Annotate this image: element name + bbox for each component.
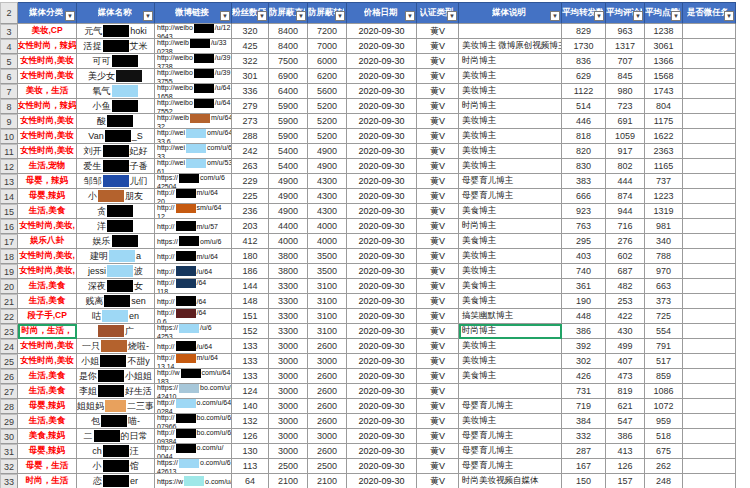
cell-avg-like[interactable]: 663 xyxy=(645,279,683,294)
row-number[interactable]: 25 xyxy=(0,354,18,369)
cell-weibo-link[interactable]: http:///64118 xyxy=(155,279,232,294)
row-number[interactable]: 5 xyxy=(0,54,18,69)
cell-fans-count[interactable]: 242 xyxy=(232,144,269,159)
row-number[interactable]: 17 xyxy=(0,234,18,249)
cell-avg-like[interactable]: 675 xyxy=(645,444,683,459)
cell-antiblock-direct-price[interactable]: 4900 xyxy=(269,204,308,219)
cell-avg-repost[interactable]: 829 xyxy=(562,24,606,39)
cell-weibo-link[interactable]: http://weibo/u/647552 xyxy=(155,99,232,114)
row-number[interactable]: 28 xyxy=(0,399,18,414)
cell-avg-like[interactable]: 517 xyxy=(645,354,683,369)
cell-weibo-link[interactable]: http://weibo/u/641658 xyxy=(155,84,232,99)
cell-media-desc[interactable]: 美妆博主 xyxy=(459,339,562,354)
cell-task[interactable] xyxy=(683,279,736,294)
cell-media-desc[interactable]: 母婴育儿博主 xyxy=(459,399,562,414)
cell-cert-type[interactable]: 黄V xyxy=(417,474,459,488)
cell-cert-type[interactable]: 黄V xyxy=(417,444,459,459)
cell-task[interactable] xyxy=(683,189,736,204)
cell-antiblock-repost-price[interactable]: 6200 xyxy=(308,69,347,84)
cell-price-date[interactable]: 2020-09-30 xyxy=(347,24,417,39)
cell-weibo-link[interactable]: http:///64 xyxy=(155,294,232,309)
cell-avg-comment[interactable]: 276 xyxy=(606,234,645,249)
cell-task[interactable] xyxy=(683,204,736,219)
cell-antiblock-direct-price[interactable]: 4900 xyxy=(269,189,308,204)
cell-antiblock-repost-price[interactable]: 4300 xyxy=(308,174,347,189)
cell-avg-like[interactable]: 2363 xyxy=(645,144,683,159)
cell-antiblock-direct-price[interactable]: 3000 xyxy=(269,369,308,384)
cell-media-desc[interactable]: 母婴育儿博主 xyxy=(459,174,562,189)
cell-antiblock-direct-price[interactable]: 8400 xyxy=(269,39,308,54)
cell-cert-type[interactable]: 黄V xyxy=(417,294,459,309)
cell-media-desc[interactable]: 美妆博主 xyxy=(459,264,562,279)
cell-fans-count[interactable]: 263 xyxy=(232,159,269,174)
cell-avg-like[interactable]: 554 xyxy=(645,324,683,339)
cell-task[interactable] xyxy=(683,294,736,309)
cell-cert-type[interactable]: 黄V xyxy=(417,354,459,369)
cell-avg-like[interactable]: 1175 xyxy=(645,114,683,129)
cell-task[interactable] xyxy=(683,174,736,189)
cell-weibo-link[interactable]: https://bo.com/u/642410 xyxy=(155,384,232,399)
cell-cert-type[interactable]: 黄V xyxy=(417,414,459,429)
cell-avg-repost[interactable]: 923 xyxy=(562,204,606,219)
filter-dropdown-icon[interactable]: ▼ xyxy=(296,11,306,21)
cell-price-date[interactable]: 2020-09-30 xyxy=(347,99,417,114)
cell-antiblock-direct-price[interactable]: 7500 xyxy=(269,54,308,69)
cell-media-name[interactable]: 活捉艾米 xyxy=(77,39,155,54)
cell-avg-repost[interactable]: 629 xyxy=(562,69,606,84)
cell-media-desc[interactable]: 美食博主 xyxy=(459,369,562,384)
cell-media-name[interactable]: 广 xyxy=(77,324,155,339)
cell-antiblock-direct-price[interactable]: 2100 xyxy=(269,474,308,488)
cell-task[interactable] xyxy=(683,24,736,39)
cell-avg-comment[interactable]: 802 xyxy=(606,159,645,174)
cell-media-name[interactable]: 姐姐妈二三事 xyxy=(77,399,155,414)
cell-antiblock-repost-price[interactable]: 5200 xyxy=(308,99,347,114)
cell-avg-like[interactable]: 791 xyxy=(645,339,683,354)
row-number[interactable]: 6 xyxy=(0,69,18,84)
cell-media-desc[interactable]: 美妆博主 xyxy=(459,159,562,174)
cell-media-desc[interactable]: 母婴育儿博主 xyxy=(459,189,562,204)
cell-media-desc[interactable]: 美妆博主 微博原创视频博主 xyxy=(459,39,562,54)
cell-weibo-link[interactable]: https://wo.com/u/5 xyxy=(155,474,232,488)
cell-avg-comment[interactable]: 430 xyxy=(606,324,645,339)
cell-media-name[interactable]: 李姐好生活 xyxy=(77,384,155,399)
cell-antiblock-repost-price[interactable]: 4300 xyxy=(308,189,347,204)
cell-task[interactable] xyxy=(683,54,736,69)
cell-fans-count[interactable]: 144 xyxy=(232,279,269,294)
cell-price-date[interactable]: 2020-09-30 xyxy=(347,429,417,444)
cell-fans-count[interactable]: 412 xyxy=(232,234,269,249)
cell-antiblock-direct-price[interactable]: 3000 xyxy=(269,414,308,429)
cell-antiblock-direct-price[interactable]: 3000 xyxy=(269,429,308,444)
cell-weibo-link[interactable]: http://weiom/u/5361 xyxy=(155,159,232,174)
filter-dropdown-icon[interactable]: ▼ xyxy=(220,11,230,21)
cell-antiblock-direct-price[interactable]: 5900 xyxy=(269,129,308,144)
cell-cert-type[interactable]: 黄V xyxy=(417,84,459,99)
cell-media-desc[interactable]: 美妆博主 xyxy=(459,414,562,429)
filter-dropdown-icon[interactable]: ▼ xyxy=(405,11,415,21)
cell-antiblock-repost-price[interactable]: 3100 xyxy=(308,324,347,339)
cell-avg-comment[interactable]: 874 xyxy=(606,189,645,204)
cell-avg-like[interactable]: 262 xyxy=(645,459,683,474)
cell-avg-comment[interactable]: 126 xyxy=(606,459,645,474)
cell-weibo-link[interactable]: http://o.com/u/0044 xyxy=(155,444,232,459)
cell-weibo-link[interactable]: http://weibo/u/393738 xyxy=(155,54,232,69)
cell-avg-comment[interactable]: 473 xyxy=(606,369,645,384)
cell-avg-comment[interactable]: 707 xyxy=(606,54,645,69)
cell-avg-repost[interactable]: 818 xyxy=(562,129,606,144)
cell-task[interactable] xyxy=(683,144,736,159)
row-number[interactable]: 22 xyxy=(0,309,18,324)
cell-media-name[interactable]: 氧气 xyxy=(77,84,155,99)
cell-category[interactable]: 母婴,辣妈 xyxy=(18,189,77,204)
cell-category[interactable]: 女性时尚,美妆 xyxy=(18,144,77,159)
cell-media-name[interactable]: 小朋友 xyxy=(77,189,155,204)
cell-media-name[interactable]: 洋 xyxy=(77,219,155,234)
cell-antiblock-direct-price[interactable]: 4900 xyxy=(269,174,308,189)
cell-task[interactable] xyxy=(683,369,736,384)
cell-avg-repost[interactable]: 731 xyxy=(562,384,606,399)
cell-category[interactable]: 娱乐八卦 xyxy=(18,234,77,249)
cell-category[interactable]: 生活,美食 xyxy=(18,279,77,294)
cell-price-date[interactable]: 2020-09-30 xyxy=(347,399,417,414)
cell-cert-type[interactable]: 黄V xyxy=(417,459,459,474)
cell-price-date[interactable]: 2020-09-30 xyxy=(347,144,417,159)
cell-antiblock-repost-price[interactable]: 2600 xyxy=(308,369,347,384)
cell-category[interactable]: 女性时尚,美妆 xyxy=(18,114,77,129)
